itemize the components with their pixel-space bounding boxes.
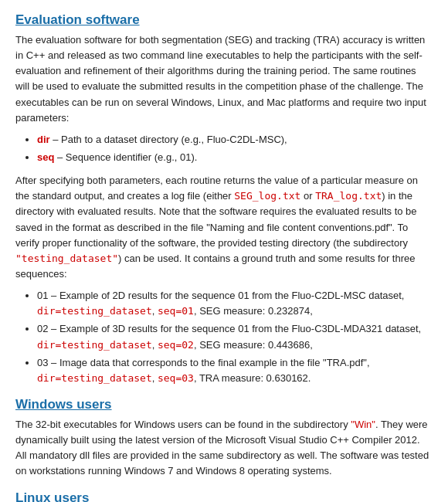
seq01-seq: seq=01 [158,305,194,317]
param-dir-desc: – Path to a dataset directory (e.g., Flu… [53,134,287,145]
seg-log-ref: SEG_log.txt [234,190,300,202]
linux-title: Linux users [15,490,433,502]
seq03-desc: – Image data that corresponds to the fin… [51,357,369,368]
sequence-02-item: 02 – Example of 3D results for the seque… [37,321,433,352]
param-seq-item: seq – Sequence identifier (e.g., 01). [37,150,433,165]
sequence-03-item: 03 – Image data that corresponds to the … [37,355,433,386]
param-dir-key: dir [37,134,50,145]
intro-paragraph: The evaluation software for both segment… [15,32,433,126]
windows-text1: The 32-bit executables for Windows users… [15,419,351,430]
seq03-detail: , TRA measure: 0.630162. [194,372,311,384]
seq02-detail: , SEG measure: 0.443686, [194,339,313,351]
seq03-comma: , [152,372,158,384]
sequences-list: 01 – Example of 2D results for the seque… [37,288,433,386]
seq01-dir: dir=testing_dataset [37,305,152,317]
windows-paragraph: The 32-bit executables for Windows users… [15,417,433,480]
param-seq-desc: – Sequence identifier (e.g., 01). [57,151,197,163]
seq01-num: 01 [37,290,48,301]
seq01-comma: , [152,305,158,317]
seq02-dir: dir=testing_dataset [37,339,152,351]
seq02-seq: seq=02 [158,339,194,351]
after-seg-text: or [300,190,315,202]
seq03-seq: seq=03 [158,372,194,384]
params-list: dir – Path to a dataset directory (e.g.,… [37,132,433,165]
seq01-desc: – Example of 2D results for the sequence… [51,290,404,301]
seq01-detail: , SEG measure: 0.232874, [194,305,313,317]
seq02-num: 02 [37,323,48,334]
param-seq-key: seq [37,151,54,163]
seq03-dir: dir=testing_dataset [37,372,152,384]
evaluation-section: Evaluation software The evaluation softw… [15,12,433,386]
windows-title: Windows users [15,397,433,412]
seq02-comma: , [152,339,158,351]
win-dir-ref: "Win" [351,419,375,430]
linux-section: Linux users The 64-bit executables (stat… [15,490,433,502]
sequence-01-item: 01 – Example of 2D results for the seque… [37,288,433,319]
evaluation-title: Evaluation software [15,12,433,28]
windows-section: Windows users The 32-bit executables for… [15,397,433,480]
testing-dataset-ref: "testing_dataset" [15,253,118,264]
param-dir-item: dir – Path to a dataset directory (e.g.,… [37,132,433,148]
after-params-paragraph: After specifying both parameters, each r… [15,173,433,282]
seq02-desc: – Example of 3D results for the sequence… [51,323,421,334]
tra-log-ref: TRA_log.txt [315,190,382,202]
seq03-num: 03 [37,357,48,368]
